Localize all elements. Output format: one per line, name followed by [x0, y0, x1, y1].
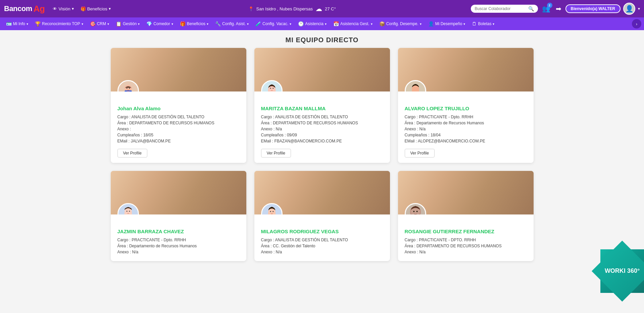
notification-btn[interactable]: 👥 2: [541, 3, 552, 14]
employee-card-1: MARITZA BAZAN MALLMA Cargo : ANALISTA DE…: [254, 48, 390, 163]
svg-point-16: [126, 211, 127, 212]
card-name-5: ROSANGIE GUTIERREZ FERNANDEZ: [405, 229, 527, 234]
card-name-4: MILAGROS RODRIGUEZ VEGAS: [261, 229, 383, 234]
gestion-icon: 📋: [116, 21, 121, 26]
search-input[interactable]: [475, 6, 526, 11]
cargo-label-2: Cargo: [405, 115, 416, 119]
nav-item-mi-desempeno-label: Mi Desempeño: [435, 21, 462, 26]
anexo-colon-4: :: [274, 250, 276, 254]
nav-item-asistencia-label: Asistencia: [305, 21, 324, 26]
cumpleanos-value-0: 18/05: [143, 133, 153, 137]
email-colon-0: :: [129, 139, 131, 143]
anexo-colon-0: :: [130, 127, 131, 131]
cumpleanos-label-2: Cumpleaños: [405, 133, 427, 137]
card-email-2: EMail : ALOPEZ@BANCOMERCIO.COM.PE: [405, 139, 527, 143]
cargo-value-2: PRACTICANTE - Dpto. RRHH: [419, 115, 473, 119]
email-value-0: JALVA@BANCOM.PE: [131, 139, 171, 143]
svg-point-3: [126, 88, 127, 89]
asistencia-gest-icon: 📅: [333, 21, 339, 26]
reconocimiento-icon: 🏆: [35, 21, 41, 26]
area-colon-2: :: [414, 121, 416, 125]
gestion-chevron: ▾: [138, 22, 140, 26]
nav-item-comedor[interactable]: 💎 Comedor ▾: [143, 20, 176, 28]
nav-item-mi-desempeno[interactable]: 👤 Mi Desempeño ▾: [425, 20, 469, 28]
card-body-2: ALVARO LOPEZ TRUJILLO Cargo : PRACTICANT…: [398, 91, 534, 163]
anexo-label-5: Anexo: [405, 250, 416, 254]
nav-item-asistencia-gest[interactable]: 📅 Asistencia Gest. ▾: [330, 20, 376, 28]
cargo-label-4: Cargo: [261, 238, 272, 242]
logo[interactable]: Bancom Ag: [4, 4, 45, 14]
nav-item-comedor-label: Comedor: [153, 21, 170, 26]
boletas-icon: 🗒: [472, 21, 477, 26]
card-cargo-5: Cargo : PRACTICANTE - DPTO. RRHH: [405, 238, 527, 242]
card-email-1: EMail : FBAZAN@BANCOMERCIO.COM.PE: [261, 139, 383, 143]
ver-profile-btn-0[interactable]: Ver Profile: [117, 149, 147, 158]
card-banner-1: [254, 48, 390, 91]
search-icon: 🔍: [528, 6, 534, 11]
main-content: MI EQUIPO DIRECTO: [0, 30, 644, 283]
config-asist-chevron: ▾: [247, 22, 249, 26]
email-label-2: EMail: [405, 139, 415, 143]
card-banner-2: [398, 48, 534, 91]
nav-vision[interactable]: 👁 Visión ▾: [50, 5, 76, 13]
asistencia-gest-chevron: ▾: [371, 22, 373, 26]
location-pin-icon: 📍: [248, 6, 254, 11]
vision-chevron: ▾: [72, 6, 74, 11]
nav-beneficios[interactable]: 🎁 Beneficios ▾: [78, 5, 113, 13]
email-value-1: FBAZAN@BANCOMERCIO.COM.PE: [275, 139, 342, 143]
config-desempe-icon: 📦: [379, 21, 385, 26]
nav-item-crm[interactable]: 🎯 CRM ▾: [87, 20, 112, 28]
svg-rect-5: [127, 91, 130, 91]
area-label-1: Área: [261, 121, 269, 125]
area-colon-1: :: [270, 121, 273, 125]
employee-card-3: JAZMIN BARRAZA CHAVEZ Cargo : PRACTICANT…: [111, 171, 246, 261]
anexo-value-4: N/a: [276, 250, 282, 254]
card-area-5: Área : DEPARTAMENTO DE RECURSOS HUMANOS: [405, 244, 527, 248]
card-anexo-4: Anexo : N/a: [261, 250, 383, 254]
crm-icon: 🎯: [90, 21, 96, 26]
email-value-2: ALOPEZ@BANCOMERCIO.COM.PE: [418, 139, 485, 143]
nav-item-boletas-label: Boletas: [478, 21, 491, 26]
transfer-btn[interactable]: ➡: [554, 3, 563, 14]
avatar-chevron[interactable]: ▾: [638, 6, 640, 11]
config-vacac-icon: 🧪: [255, 21, 261, 26]
transfer-icon: ➡: [556, 5, 561, 12]
crm-chevron: ▾: [107, 22, 109, 26]
welcome-button[interactable]: Bienvenido(a) WALTER: [565, 4, 621, 13]
ver-profile-btn-1[interactable]: Ver Profile: [261, 149, 291, 158]
avatar[interactable]: 👤: [623, 3, 635, 15]
beneficios-nav-icon: 🎁: [180, 21, 186, 26]
area-colon-0: :: [127, 121, 129, 125]
nav-item-beneficios[interactable]: 🎁 Beneficios ▾: [177, 20, 212, 28]
worki-text: WORKI 360°: [605, 267, 640, 275]
anexo-label-4: Anexo: [261, 250, 273, 254]
card-cargo-4: Cargo : ANALISTA DE GESTIÓN DEL TALENTO: [261, 238, 383, 242]
card-body-4: MILAGROS RODRIGUEZ VEGAS Cargo : ANALIST…: [254, 214, 390, 261]
card-anexo-2: Anexo : N/a: [405, 127, 527, 131]
nav-item-config-desempe[interactable]: 📦 Config. Desempe. ▾: [376, 20, 425, 28]
anexo-colon-2: :: [417, 127, 419, 131]
nav-item-crm-label: CRM: [97, 21, 106, 26]
employee-card-0: Johan Alva Alamo Cargo : ANALISTA DE GES…: [111, 48, 246, 163]
card-cargo-3: Cargo : PRACTICANTE - Dpto. RRHH: [117, 238, 240, 242]
ver-profile-btn-2[interactable]: Ver Profile: [405, 149, 435, 158]
nav-item-asistencia[interactable]: 🕐 Asistencia ▾: [295, 20, 330, 28]
card-anexo-0: Anexo :: [117, 127, 240, 131]
nav-item-config-vacac[interactable]: 🧪 Config. Vacac. ▾: [252, 20, 295, 28]
card-body-3: JAZMIN BARRAZA CHAVEZ Cargo : PRACTICANT…: [111, 214, 246, 261]
nav-more-btn[interactable]: ›: [632, 19, 641, 28]
logo-accent: Ag: [34, 4, 45, 14]
nav-item-boletas[interactable]: 🗒 Boletas ▾: [468, 20, 498, 28]
card-cumpleanos-1: Cumpleaños : 09/09: [261, 133, 383, 137]
card-body-5: ROSANGIE GUTIERREZ FERNANDEZ Cargo : PRA…: [398, 214, 534, 261]
card-area-3: Área : Departamento de Recursos Humanos: [117, 244, 240, 248]
config-asist-icon: 🔧: [215, 21, 221, 26]
worki-360-float[interactable]: WORKI 360°: [600, 249, 644, 293]
nav-item-mi-info[interactable]: 🪪 Mi Info ▾: [3, 20, 32, 28]
cargo-value-3: PRACTICANTE - Dpto. RRHH: [132, 238, 186, 242]
area-value-1: DEPARTAMENTO DE RECURSOS HUMANOS: [273, 121, 358, 125]
nav-item-reconocimiento[interactable]: 🏆 Reconocimiento TOP ▾: [32, 20, 87, 28]
nav-item-config-asist[interactable]: 🔧 Config. Asist. ▾: [212, 20, 252, 28]
nav-item-gestion[interactable]: 📋 Gestión ▾: [112, 20, 143, 28]
search-box[interactable]: 🔍: [471, 5, 538, 13]
